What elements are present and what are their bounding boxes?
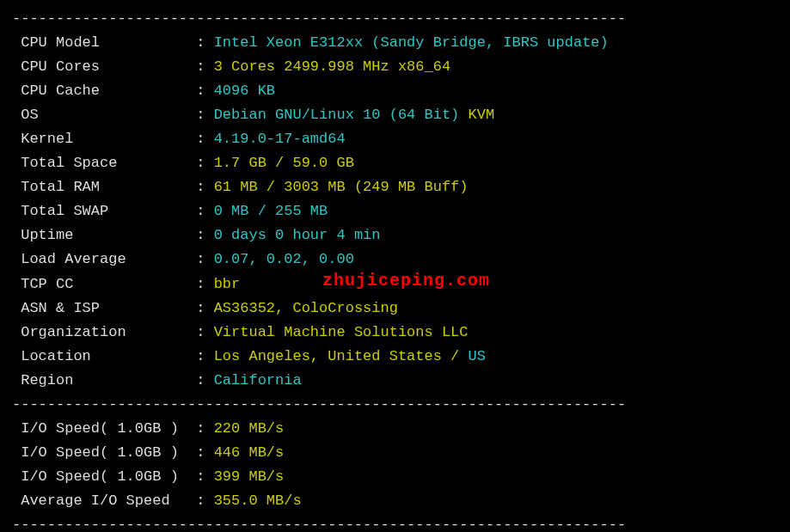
sysinfo-row: Total Space : 1.7 GB / 59.0 GB [12,151,778,175]
row-colon: : [187,131,214,147]
row-label: I/O Speed( 1.0GB ) [12,420,187,437]
row-label: Total Space [12,155,187,171]
row-label: Kernel [12,131,187,147]
row-colon: : [187,155,214,171]
row-colon: : [187,34,214,51]
row-colon: : [187,83,214,99]
sysinfo-row: Organization : Virtual Machine Solutions… [12,321,778,345]
io-row: I/O Speed( 1.0GB ) : 399 MB/s [12,465,778,489]
row-label: OS [12,107,187,123]
row-value: 61 MB / 3003 MB (249 MB Buff) [214,179,468,195]
row-colon: : [187,276,214,292]
row-colon: : [187,58,214,75]
sysinfo-row: Total RAM : 61 MB / 3003 MB (249 MB Buff… [12,175,778,199]
row-value: 446 MB/s [214,444,285,461]
row-value: 220 MB/s [214,420,285,437]
row-colon: : [187,492,214,509]
sysinfo-row: CPU Cache : 4096 KB [12,79,778,103]
row-value: 4.19.0-17-amd64 [214,131,346,147]
io-row: Average I/O Speed : 355.0 MB/s [12,489,778,513]
row-label: TCP CC [12,276,187,292]
row-value: Los Angeles, United States / [214,348,468,364]
row-colon: : [187,251,214,267]
row-value: KVM [468,107,495,123]
row-colon: : [187,179,214,195]
watermark-text: zhujiceping.com [322,266,490,295]
row-label: Total RAM [12,179,187,195]
row-label: Uptime [12,227,187,243]
row-value: 0 MB / 255 MB [214,203,328,219]
row-label: I/O Speed( 1.0GB ) [12,468,187,485]
row-value: AS36352, ColoCrossing [214,300,398,316]
sysinfo-row: CPU Model : Intel Xeon E312xx (Sandy Bri… [12,31,778,55]
row-value: Virtual Machine Solutions LLC [214,324,468,340]
row-value: 399 MB/s [214,468,285,485]
row-colon: : [187,444,214,461]
divider-bottom: ----------------------------------------… [12,513,778,532]
sysinfo-row: ASN & ISP : AS36352, ColoCrossing [12,297,778,321]
io-row: I/O Speed( 1.0GB ) : 220 MB/s [12,417,778,441]
row-colon: : [187,372,214,388]
row-colon: : [187,420,214,437]
row-value: Debian GNU/Linux 10 (64 Bit) [214,107,468,123]
row-label: CPU Cores [12,58,187,75]
row-label: Total SWAP [12,203,187,219]
divider-top: ----------------------------------------… [12,7,778,31]
sysinfo-row: CPU Cores : 3 Cores 2499.998 MHz x86_64 [12,55,778,79]
sysinfo-row: Total SWAP : 0 MB / 255 MB [12,199,778,223]
row-label: ASN & ISP [12,300,187,316]
row-value: 0 days 0 hour 4 min [214,227,381,243]
row-colon: : [187,348,214,364]
row-colon: : [187,107,214,123]
row-colon: : [187,203,214,219]
row-colon: : [187,324,214,340]
row-label: Organization [12,324,187,340]
row-colon: : [187,468,214,485]
row-label: I/O Speed( 1.0GB ) [12,444,187,461]
row-value: 1.7 GB / 59.0 GB [214,155,354,171]
io-row: I/O Speed( 1.0GB ) : 446 MB/s [12,441,778,465]
row-value: Intel Xeon E312xx (Sandy Bridge, IBRS up… [214,34,609,51]
sysinfo-row: Kernel : 4.19.0-17-amd64 [12,127,778,151]
divider-middle: ----------------------------------------… [12,393,778,417]
row-label: CPU Model [12,34,187,51]
row-label: CPU Cache [12,83,187,99]
row-value: US [468,348,486,364]
row-label: Load Average [12,251,187,267]
row-value: 4096 KB [214,83,275,99]
row-value: 355.0 MB/s [214,492,302,509]
sysinfo-row: Region : California [12,369,778,393]
sysinfo-row: OS : Debian GNU/Linux 10 (64 Bit) KVM [12,103,778,127]
row-colon: : [187,300,214,316]
row-label: Region [12,372,187,388]
row-colon: : [187,227,214,243]
sysinfo-block: CPU Model : Intel Xeon E312xx (Sandy Bri… [12,31,778,393]
row-value: 3 Cores 2499.998 MHz x86_64 [214,58,450,75]
row-value: bbr [214,276,241,292]
row-value: California [214,372,302,388]
io-speed-block: I/O Speed( 1.0GB ) : 220 MB/s I/O Speed(… [12,417,778,513]
sysinfo-row: Location : Los Angeles, United States / … [12,345,778,369]
sysinfo-row: Uptime : 0 days 0 hour 4 min [12,223,778,248]
row-value: 0.07, 0.02, 0.00 [214,251,354,267]
row-label: Average I/O Speed [12,492,187,509]
row-label: Location [12,348,187,364]
